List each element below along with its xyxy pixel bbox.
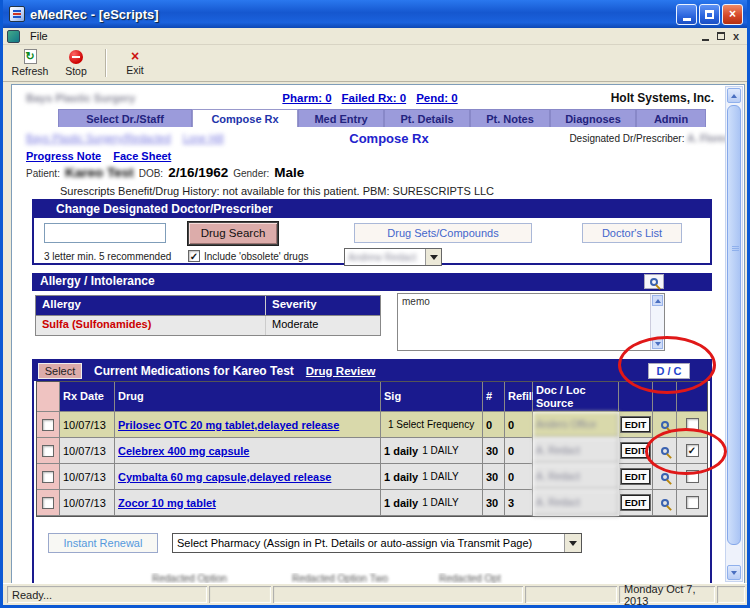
obsolete-checkbox[interactable]: ✓ — [188, 250, 200, 262]
pend-link[interactable]: Pend: 0 — [416, 92, 458, 104]
allergy-search-button[interactable] — [644, 274, 664, 289]
drug-link[interactable]: Celebrex 400 mg capsule — [118, 445, 249, 457]
menubar: File x — [3, 28, 747, 45]
dc-checkbox-checked[interactable]: ✓ — [686, 444, 699, 457]
tab-bar: Select Dr./Staff Compose Rx Med Entry Pt… — [58, 109, 744, 127]
mdi-minimize-button[interactable] — [702, 39, 709, 41]
refresh-button[interactable]: ↻ Refresh — [7, 45, 53, 81]
progress-note-link[interactable]: Progress Note — [26, 150, 101, 162]
tab-med-entry[interactable]: Med Entry — [298, 109, 384, 127]
menu-file[interactable]: File — [24, 29, 54, 43]
close-icon: × — [729, 8, 736, 20]
tab-select-dr-staff[interactable]: Select Dr./Staff — [58, 109, 192, 127]
tab-admin[interactable]: Admin — [636, 109, 706, 127]
drug-detail-magnifier-icon[interactable] — [661, 473, 669, 481]
drug-review-link[interactable]: Drug Review — [306, 365, 376, 377]
statusbar: Ready... Monday Oct 7, 2013 — [3, 583, 747, 605]
window-title: eMedRec - [eScripts] — [30, 7, 674, 22]
status-panel — [717, 586, 745, 603]
select-button[interactable]: Select — [38, 363, 82, 379]
edit-button[interactable]: EDIT — [621, 443, 651, 458]
status-date: Monday Oct 7, 2013 — [619, 586, 715, 603]
dropdown-arrow-icon — [564, 534, 581, 552]
drug-detail-magnifier-icon[interactable] — [661, 447, 669, 455]
drug-link[interactable]: Prilosec OTC 20 mg tablet,delayed releas… — [118, 419, 339, 431]
drug-detail-magnifier-icon[interactable] — [661, 499, 669, 507]
memo-scrollbar[interactable] — [650, 294, 664, 350]
maximize-button[interactable] — [699, 4, 720, 25]
mdi-restore-button[interactable] — [717, 32, 725, 40]
status-ready: Ready... — [7, 586, 207, 603]
practice-link-redacted[interactable]: Bays Plastic Surgery/Redacted — [26, 132, 171, 144]
toolbar: ↻ Refresh Stop × Exit — [3, 45, 747, 82]
close-button[interactable]: × — [722, 4, 743, 25]
drug-search-button[interactable]: Drug Search — [188, 222, 278, 245]
location-link-redacted[interactable]: Lone Hill — [183, 132, 224, 144]
edit-button[interactable]: EDIT — [621, 495, 651, 510]
instant-renewal-button[interactable]: Instant Renewal — [48, 533, 158, 553]
scrollbar-thumb[interactable] — [727, 105, 741, 545]
dc-checkbox[interactable] — [686, 470, 699, 483]
refill-col-header: Refill — [505, 382, 533, 412]
pharmacy-dropdown[interactable]: Select Pharmacy (Assign in Pt. Details o… — [172, 533, 582, 553]
dc-checkbox[interactable] — [686, 496, 699, 509]
drug-search-input[interactable] — [44, 223, 166, 243]
dc-button[interactable]: D / C — [648, 363, 690, 379]
patient-name-redacted: Kareo Test — [65, 165, 134, 180]
row-select-checkbox[interactable] — [42, 471, 54, 483]
tab-diagnoses[interactable]: Diagnoses — [550, 109, 636, 127]
minimize-button[interactable] — [676, 4, 697, 25]
surescripts-note: Surescripts Benefit/Drug History: not av… — [60, 185, 730, 197]
face-sheet-link[interactable]: Face Sheet — [113, 150, 171, 162]
doctors-list-button[interactable]: Doctor's List — [582, 223, 682, 243]
status-panel — [209, 586, 271, 603]
app-icon — [9, 6, 25, 22]
scroll-up-icon[interactable] — [727, 88, 741, 103]
drug-link[interactable]: Cymbalta 60 mg capsule,delayed release — [118, 471, 331, 483]
allergy-memo[interactable]: memo — [397, 293, 665, 351]
sig-value: 1 DAILY — [422, 497, 459, 508]
tab-pt-notes[interactable]: Pt. Notes — [470, 109, 550, 127]
tab-pt-details[interactable]: Pt. Details — [384, 109, 470, 127]
allergy-table: Allergy Severity Sulfa (Sulfonamides) Mo… — [35, 295, 381, 336]
stop-button[interactable]: Stop — [53, 45, 99, 81]
edit-button[interactable]: EDIT — [621, 469, 651, 484]
patient-label: Patient: — [26, 168, 60, 179]
tab-compose-rx[interactable]: Compose Rx — [192, 109, 298, 127]
rx-date-col-header: Rx Date — [60, 382, 115, 412]
failed-rx-link[interactable]: Failed Rx: 0 — [342, 92, 407, 104]
doctor-dropdown[interactable]: Andrew Redact — [344, 248, 442, 266]
row-select-checkbox[interactable] — [42, 497, 54, 509]
severity-col-header: Severity — [266, 296, 380, 315]
clipped-option-redacted: Redacted Opt — [439, 573, 501, 583]
edit-button[interactable]: EDIT — [621, 417, 651, 432]
clipped-bottom-options: Redacted Option Redacted Option Two Reda… — [34, 573, 710, 583]
dc-col-header — [677, 382, 707, 412]
vertical-scrollbar[interactable] — [725, 86, 743, 582]
status-panel — [525, 586, 617, 603]
memo-scroll-up-icon[interactable] — [652, 295, 663, 306]
mdi-close-button[interactable]: x — [733, 31, 739, 42]
maximize-icon — [705, 10, 714, 19]
patient-row: Patient: Kareo Test DOB: 2/16/1962 Gende… — [26, 165, 730, 180]
medications-title: Current Medications for Kareo Test — [94, 364, 294, 378]
exit-button[interactable]: × Exit — [112, 45, 158, 81]
top-row: Bays Plastic Surgery Pharm: 0 Failed Rx:… — [26, 90, 714, 106]
app-window: eMedRec - [eScripts] × File x ↻ Refresh … — [0, 0, 750, 608]
patient-dob: 2/16/1962 — [168, 165, 228, 180]
drug-sets-button[interactable]: Drug Sets/Compounds — [354, 223, 532, 243]
memo-scroll-down-icon[interactable] — [652, 338, 663, 349]
magnifier-icon — [650, 278, 658, 286]
obsolete-label: Include 'obsolete' drugs — [204, 251, 308, 262]
source-redacted: A. Redact — [533, 464, 619, 490]
row-select-checkbox[interactable] — [42, 445, 54, 457]
dc-checkbox[interactable] — [686, 418, 699, 431]
row-select-checkbox[interactable] — [42, 419, 54, 431]
scroll-down-icon[interactable] — [727, 565, 741, 580]
medication-row: 10/07/13 Celebrex 400 mg capsule 1 daily… — [37, 438, 707, 464]
drug-col-header: Drug — [115, 382, 381, 412]
drug-link[interactable]: Zocor 10 mg tablet — [118, 497, 216, 509]
company-name: Holt Systems, Inc. — [458, 91, 714, 105]
pharm-link[interactable]: Pharm: 0 — [282, 92, 331, 104]
drug-detail-magnifier-icon[interactable] — [661, 421, 669, 429]
